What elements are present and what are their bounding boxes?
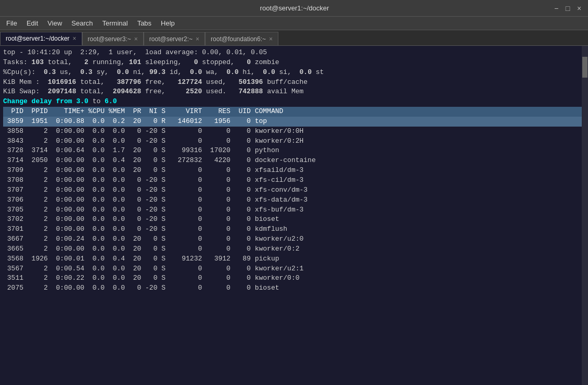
titlebar: root@server1:~/docker − □ × bbox=[0, 0, 588, 17]
menu-tabs[interactable]: Tabs bbox=[133, 18, 156, 28]
tab-label: root@server1:~/docker bbox=[6, 35, 70, 42]
tab-label: root@server2:~ bbox=[149, 35, 193, 43]
process-row: 3511 2 0:00.22 0.0 0.0 20 0 S 0 0 0 kwor… bbox=[3, 274, 585, 283]
terminal-area[interactable]: top - 10:41:20 up 2:29, 1 user, load ave… bbox=[0, 46, 588, 385]
close-button[interactable]: × bbox=[576, 5, 583, 12]
tab-label: root@server3:~ bbox=[88, 35, 131, 43]
menu-search[interactable]: Search bbox=[67, 18, 97, 28]
process-row: 3707 2 0:00.00 0.0 0.0 0 -20 S 0 0 0 xfs… bbox=[3, 185, 585, 195]
menu-help[interactable]: Help bbox=[157, 18, 179, 28]
mem-line: KiB Mem : 1016916 total, 387796 free, 12… bbox=[3, 78, 585, 88]
tab-close-icon[interactable]: × bbox=[134, 35, 138, 43]
process-row: 3843 2 0:00.00 0.0 0.0 0 -20 S 0 0 0 kwo… bbox=[3, 136, 585, 146]
process-row: 3701 2 0:00.00 0.0 0.0 0 -20 S 0 0 0 kdm… bbox=[3, 225, 585, 234]
process-row: 3568 1926 0:00.01 0.0 0.4 20 0 S 91232 3… bbox=[3, 254, 585, 264]
scrollbar-thumb[interactable] bbox=[582, 57, 587, 78]
process-row: 3706 2 0:00.00 0.0 0.0 0 -20 S 0 0 0 xfs… bbox=[3, 195, 585, 205]
menu-view[interactable]: View bbox=[43, 18, 66, 28]
process-row: 3705 2 0:00.00 0.0 0.0 0 -20 S 0 0 0 xfs… bbox=[3, 205, 585, 215]
process-row: 3728 3714 0:00.64 0.0 1.7 20 0 S 99316 1… bbox=[3, 146, 585, 156]
process-row: 2075 2 0:00.00 0.0 0.0 0 -20 S 0 0 0 bio… bbox=[3, 283, 585, 293]
cpu-line: %Cpu(s): 0.3 us, 0.3 sy, 0.0 ni, 99.3 id… bbox=[3, 68, 585, 78]
top-status-line: top - 10:41:20 up 2:29, 1 user, load ave… bbox=[3, 48, 585, 58]
process-row: 3858 2 0:00.00 0.0 0.0 0 -20 S 0 0 0 kwo… bbox=[3, 127, 585, 136]
menubar: File Edit View Search Terminal Tabs Help bbox=[0, 17, 588, 30]
process-row: 3567 2 0:00.54 0.0 0.0 20 0 S 0 0 0 kwor… bbox=[3, 264, 585, 274]
scrollbar[interactable] bbox=[582, 46, 588, 385]
tab-server2[interactable]: root@server2:~ × bbox=[144, 32, 205, 45]
menu-file[interactable]: File bbox=[2, 18, 21, 28]
swap-line: KiB Swap: 2097148 total, 2094628 free, 2… bbox=[3, 87, 585, 97]
process-table-header: PID PPID TIME+ %CPU %MEM PR NI S VIRT RE… bbox=[3, 107, 585, 117]
tab-close-icon[interactable]: × bbox=[269, 35, 273, 43]
process-row: 3708 2 0:00.00 0.0 0.0 0 -20 S 0 0 0 xfs… bbox=[3, 176, 585, 185]
tab-close-icon[interactable]: × bbox=[73, 35, 76, 42]
process-row: 3702 2 0:00.00 0.0 0.0 0 -20 S 0 0 0 bio… bbox=[3, 215, 585, 225]
tab-foundation6[interactable]: root@foundation6:~ × bbox=[205, 32, 278, 45]
maximize-button[interactable]: □ bbox=[564, 5, 571, 12]
tasks-line: Tasks: 103 total, 2 running, 101 sleepin… bbox=[3, 58, 585, 68]
process-row: 3665 2 0:00.00 0.0 0.0 20 0 S 0 0 0 kwor… bbox=[3, 244, 585, 254]
tab-close-icon[interactable]: × bbox=[196, 35, 199, 43]
menu-edit[interactable]: Edit bbox=[22, 18, 42, 28]
tabbar: root@server1:~/docker × root@server3:~ ×… bbox=[0, 30, 588, 46]
tab-label: root@foundation6:~ bbox=[211, 35, 266, 43]
process-row: 3667 2 0:00.24 0.0 0.0 20 0 S 0 0 0 kwor… bbox=[3, 234, 585, 244]
window-controls[interactable]: − □ × bbox=[553, 5, 583, 12]
process-row-selected: 3859 1951 0:00.88 0.0 0.2 20 0 R 146012 … bbox=[3, 117, 585, 127]
process-row: 3709 2 0:00.00 0.0 0.0 20 0 S 0 0 0 xfsa… bbox=[3, 166, 585, 176]
window-title: root@server1:~/docker bbox=[36, 4, 553, 12]
minimize-button[interactable]: − bbox=[553, 5, 560, 12]
tab-server1-docker[interactable]: root@server1:~/docker × bbox=[0, 32, 82, 45]
process-row: 3714 2050 0:00.00 0.0 0.4 20 0 S 272832 … bbox=[3, 156, 585, 166]
tab-server3[interactable]: root@server3:~ × bbox=[82, 32, 144, 45]
menu-terminal[interactable]: Terminal bbox=[98, 18, 132, 28]
change-delay-line: Change delay from 3.0 to 6.0 bbox=[3, 97, 585, 107]
